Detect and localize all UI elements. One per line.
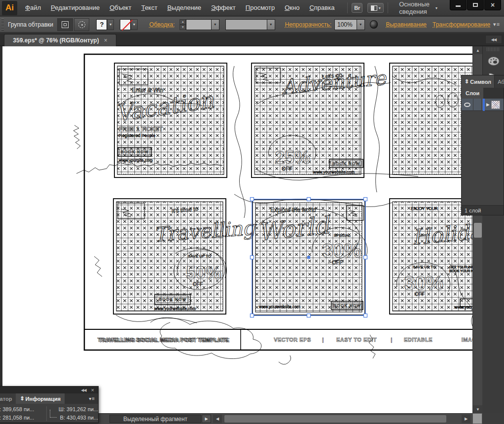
svg-text:TRAVELLING SOCIAL MEDIA POST T: TRAVELLING SOCIAL MEDIA POST TEMPLATE xyxy=(99,337,230,343)
edit-contents-button[interactable] xyxy=(74,18,90,31)
artwork-tile-3[interactable] xyxy=(390,63,472,177)
scroll-down-icon[interactable]: ▼ xyxy=(473,405,483,413)
layers-count: 1 слой xyxy=(462,205,504,215)
menu-help[interactable]: Справка xyxy=(304,0,339,16)
scroll-up-icon[interactable]: ▲ xyxy=(473,46,483,54)
width-height-icon xyxy=(50,410,57,418)
opacity-link[interactable]: Непрозрачность: xyxy=(285,21,331,28)
menu-type[interactable]: Текст xyxy=(136,0,162,16)
align-link[interactable]: Выравнивание xyxy=(386,21,427,28)
menu-view[interactable]: Просмотр xyxy=(241,0,280,16)
visibility-toggle[interactable] xyxy=(462,99,473,111)
artwork-tile-1[interactable]: Enter & Win Vacation FREE 1 TICKET Regis… xyxy=(114,63,227,177)
svg-text:SAVE UP TO: SAVE UP TO xyxy=(413,265,436,269)
close-document-icon[interactable]: × xyxy=(104,37,108,44)
info-panel: ◀◀ × гатор ⇕ Информация ▾≡ : 389,658 пи.… xyxy=(0,386,99,423)
svg-text:OFF: OFF xyxy=(282,166,292,172)
scrollbar-corner xyxy=(472,413,482,424)
tab-navigator[interactable]: гатор xyxy=(0,393,16,404)
maximize-button[interactable] xyxy=(467,0,484,10)
tab-info[interactable]: ⇕ Информация xyxy=(16,393,65,404)
minimize-icon xyxy=(456,5,461,7)
clip-path-icon xyxy=(62,21,69,28)
artwork-tile-6[interactable]: ENJOY YOUR Holiday SAVE UP TO 30% OFF GE… xyxy=(390,199,472,314)
stepper-up-icon[interactable]: ▲ xyxy=(180,19,186,25)
svg-text:SPECIAL: SPECIAL xyxy=(334,233,351,238)
scroll-right-icon[interactable]: ▶ xyxy=(462,415,470,423)
selection-type-label: Группа обтравки xyxy=(8,21,53,28)
opacity-dropdown[interactable]: ▼ xyxy=(357,19,365,30)
current-layer-indicator xyxy=(483,99,485,111)
svg-text:BOOK YOUR NUMBER: BOOK YOUR NUMBER xyxy=(449,269,472,273)
recolor-artwork-icon[interactable] xyxy=(370,20,378,29)
fill-swatch[interactable]: ? xyxy=(96,19,107,30)
document-title: 359.eps* @ 76% (RGB/Контур) xyxy=(13,37,99,44)
stroke-link[interactable]: Обводка: xyxy=(149,21,175,28)
chevron-down-icon: ▾ xyxy=(435,6,437,10)
minimize-button[interactable] xyxy=(450,0,467,10)
svg-text:ENJOY YOUR: ENJOY YOUR xyxy=(411,206,438,211)
workspace-switcher[interactable]: Основные сведения xyxy=(399,0,432,15)
fill-dropdown[interactable]: ▼ xyxy=(107,19,114,30)
collapse-panel-icon[interactable]: ◀◀ xyxy=(81,388,86,392)
vertical-scroll-thumb[interactable] xyxy=(474,223,482,238)
stroke-swatch-none[interactable] xyxy=(120,19,131,30)
layer-thumbnail[interactable] xyxy=(491,101,500,109)
layer-row[interactable]: ▶ xyxy=(462,99,504,111)
footer-text[interactable]: TRAVELLING SOCIAL MEDIA POST TEMPLATE TR… xyxy=(98,337,473,343)
svg-text:Enter & Win: Enter & Win xyxy=(132,87,163,94)
variable-width-profile-dropdown[interactable]: ▼ xyxy=(267,19,275,30)
height-readout: В: 430,493 пи... xyxy=(59,415,98,421)
svg-text:www.yourwebsite.com: www.yourwebsite.com xyxy=(154,306,196,311)
layers-panel-body xyxy=(462,111,504,205)
panel-grip[interactable] xyxy=(1,19,4,31)
artwork-tile-2[interactable]: Let's go Adventure 25% OFF BOOK NOW www.… xyxy=(252,63,388,177)
document-tab[interactable]: 359.eps* @ 76% (RGB/Контур) × xyxy=(4,34,116,46)
svg-text:BOOK NOW: BOOK NOW xyxy=(333,303,361,308)
collapse-panels-button[interactable]: ◀◀ xyxy=(485,35,502,44)
svg-text:25%: 25% xyxy=(275,147,310,168)
menu-object[interactable]: Объект xyxy=(105,0,136,16)
status-display[interactable]: Выделенный фрагмент xyxy=(109,415,201,423)
lock-toggle[interactable] xyxy=(473,99,482,111)
control-bar-menu-icon[interactable]: ▾≡ xyxy=(493,21,500,28)
svg-text:EASY TO EDIT: EASY TO EDIT xyxy=(336,337,377,343)
stroke-weight-stepper[interactable]: ▲ ▼ xyxy=(180,19,186,30)
stroke-weight-field[interactable] xyxy=(186,19,212,30)
dock-grip[interactable] xyxy=(487,47,500,51)
transform-link[interactable]: Трансформирование xyxy=(432,21,490,28)
eye-icon xyxy=(464,103,470,107)
bridge-button[interactable]: Br xyxy=(352,3,362,13)
variable-width-profile-field[interactable] xyxy=(225,19,267,30)
scroll-left-icon[interactable]: ◀ xyxy=(213,415,222,423)
info-panel-header[interactable]: ◀◀ × xyxy=(0,387,98,393)
menu-edit[interactable]: Редактирование xyxy=(46,0,105,16)
svg-text:EDITABLE: EDITABLE xyxy=(404,337,432,343)
close-button[interactable]: × xyxy=(484,0,501,10)
menu-effect[interactable]: Эффект xyxy=(206,0,241,16)
artwork-outline-view[interactable]: TRAVELLING SOCIAL MEDIA POST TEMPLATE TR… xyxy=(2,46,472,413)
stepper-down-icon[interactable]: ▼ xyxy=(180,25,186,30)
horizontal-scroll-thumb[interactable] xyxy=(224,415,446,423)
stroke-weight-dropdown[interactable]: ▼ xyxy=(212,19,219,30)
color-panel-icon[interactable] xyxy=(486,54,501,68)
status-menu-icon[interactable]: ▶ xyxy=(202,415,211,423)
panel-menu-icon[interactable]: ▾≡ xyxy=(89,396,95,401)
menu-select[interactable]: Выделение xyxy=(162,0,206,16)
artwork-tile-4[interactable]: It's time to Travelling SAVE UP TO 50% O… xyxy=(113,199,258,314)
opacity-field[interactable]: 100% xyxy=(334,19,357,30)
svg-text:www.you: www.you xyxy=(454,305,471,310)
expand-layer-icon[interactable]: ▶ xyxy=(486,102,490,107)
svg-text:IMAG: IMAG xyxy=(462,337,472,343)
tab-paragraph[interactable]: Абза xyxy=(495,75,504,88)
tab-layers[interactable]: Слои xyxy=(462,88,483,99)
tab-symbol[interactable]: ⇕ Символ xyxy=(462,75,495,88)
menu-file[interactable]: Файл xyxy=(20,0,46,16)
menu-window[interactable]: Окно xyxy=(280,0,304,16)
selection-center-point[interactable] xyxy=(307,256,310,259)
canvas[interactable]: TRAVELLING SOCIAL MEDIA POST TEMPLATE TR… xyxy=(2,46,472,413)
svg-text:GET YOUR INFO: GET YOUR INFO xyxy=(449,265,472,269)
edit-clipping-path-button[interactable] xyxy=(57,18,73,31)
arrange-documents-button[interactable]: ▾ xyxy=(367,3,384,13)
close-panel-icon[interactable]: × xyxy=(91,387,94,393)
